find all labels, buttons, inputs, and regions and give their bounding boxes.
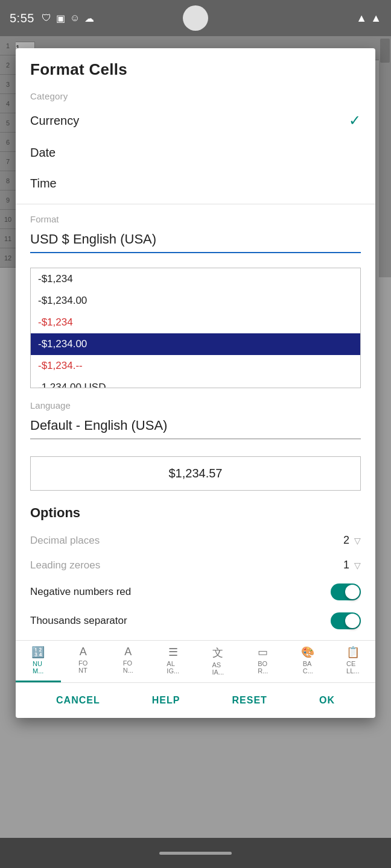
negative-numbers-red-label: Negative numbers red	[30, 586, 331, 598]
language-value[interactable]: Default - English (USA)	[30, 413, 361, 439]
tab-fon2[interactable]: A FON...	[106, 641, 151, 682]
category-date-label: Date	[30, 146, 56, 160]
tab-num-icon: 🔢	[31, 646, 45, 659]
tab-num[interactable]: 🔢 NUM...	[16, 641, 61, 682]
signal-icon: ▲	[370, 12, 381, 25]
tab-cell-label: CELL...	[346, 660, 359, 675]
tab-align[interactable]: ☰ ALIG...	[151, 641, 196, 682]
home-indicator[interactable]	[159, 852, 232, 855]
thousands-separator-label: Thousands separator	[30, 615, 331, 627]
decimal-places-dropdown-icon[interactable]: ▽	[354, 536, 361, 546]
tab-asia-icon: 文	[212, 646, 223, 660]
cloud-icon: ☁	[84, 13, 94, 24]
dialog-title: Format Cells	[16, 48, 375, 86]
cancel-button[interactable]: CANCEL	[46, 690, 110, 711]
tab-cell-icon: 📋	[346, 646, 360, 659]
tab-bor[interactable]: ▭ BOR...	[241, 641, 286, 682]
wifi-icon: ▲	[356, 12, 367, 25]
preview-box: $1,234.57	[30, 456, 361, 491]
preview-value: $1,234.57	[169, 467, 223, 480]
bottom-tabs: 🔢 NUM... A FONT A FON... ☰ ALIG... 文 ASI…	[16, 640, 375, 682]
format-option-3[interactable]: -$1,234	[31, 312, 360, 333]
leading-zeroes-row: Leading zeroes 1 ▽	[16, 553, 375, 577]
tab-bor-icon: ▭	[258, 646, 268, 659]
tab-font[interactable]: A FONT	[61, 641, 106, 682]
decimal-places-value: 2	[331, 534, 349, 547]
tab-font-label: FONT	[78, 659, 87, 674]
format-option-1[interactable]: -$1,234	[31, 268, 360, 290]
format-option-2[interactable]: -$1,234.00	[31, 290, 360, 312]
thousands-separator-toggle[interactable]	[331, 612, 361, 629]
ok-button[interactable]: OK	[310, 690, 345, 711]
format-label: Format	[30, 214, 361, 224]
category-currency-label: Currency	[30, 114, 79, 128]
negative-numbers-red-row: Negative numbers red	[16, 577, 375, 606]
leading-zeroes-control[interactable]: 1 ▽	[331, 559, 361, 571]
toggle-knob-negative	[345, 585, 360, 599]
dialog-overlay: Format Cells Category Currency ✓ Date Ti…	[0, 36, 391, 868]
face-icon: ☺	[70, 13, 80, 24]
status-circle	[183, 5, 208, 31]
decimal-places-row: Decimal places 2 ▽	[16, 528, 375, 553]
leading-zeroes-value: 1	[331, 559, 349, 571]
options-title: Options	[16, 500, 375, 528]
status-right: ▲ ▲	[356, 12, 381, 25]
divider-1	[16, 204, 375, 204]
format-value[interactable]: USD $ English (USA)	[30, 227, 361, 253]
status-icons: 🛡 ▣ ☺ ☁	[42, 13, 94, 24]
format-option-5[interactable]: -$1,234.--	[31, 355, 360, 377]
tab-align-icon: ☰	[168, 646, 178, 659]
decimal-places-control[interactable]: 2 ▽	[331, 534, 361, 547]
toggle-knob-thousands	[345, 614, 360, 628]
tab-bor-label: BOR...	[258, 660, 268, 675]
sim-icon: ▣	[56, 13, 65, 24]
tab-align-label: ALIG...	[167, 660, 179, 675]
nav-bar	[0, 838, 391, 868]
tab-font-icon: A	[80, 646, 87, 658]
tab-bac-icon: 🎨	[301, 646, 314, 659]
category-time-label: Time	[30, 177, 57, 190]
tab-fon2-label: FON...	[123, 659, 133, 674]
status-time: 5:55	[10, 11, 34, 25]
currency-check-icon: ✓	[349, 112, 361, 129]
category-item-date[interactable]: Date	[21, 137, 370, 168]
negative-numbers-red-toggle[interactable]	[331, 583, 361, 600]
tab-fon2-icon: A	[124, 646, 132, 658]
decimal-places-label: Decimal places	[30, 535, 331, 547]
category-item-currency[interactable]: Currency ✓	[21, 104, 370, 137]
tab-bac-label: BAC...	[303, 660, 313, 675]
shield-icon: 🛡	[42, 13, 51, 24]
tab-asia[interactable]: 文 ASIA...	[196, 641, 241, 682]
format-section: Format USD $ English (USA)	[16, 209, 375, 268]
category-label: Category	[16, 86, 375, 104]
reset-button[interactable]: RESET	[223, 690, 277, 711]
thousands-separator-row: Thousands separator	[16, 606, 375, 635]
tab-asia-label: ASIA...	[212, 661, 224, 676]
tab-num-label: NUM...	[33, 660, 43, 675]
leading-zeroes-label: Leading zeroes	[30, 559, 331, 571]
format-options-list[interactable]: -$1,234 -$1,234.00 -$1,234 -$1,234.00 -$…	[30, 268, 361, 388]
leading-zeroes-dropdown-icon[interactable]: ▽	[354, 561, 361, 570]
category-item-time[interactable]: Time	[21, 168, 370, 199]
language-label: Language	[30, 400, 361, 410]
status-bar: 5:55 🛡 ▣ ☺ ☁ ▲ ▲	[0, 0, 391, 36]
help-button[interactable]: HELP	[142, 690, 190, 711]
tab-bac[interactable]: 🎨 BAC...	[285, 641, 331, 682]
language-section: Language Default - English (USA)	[16, 395, 375, 456]
dialog-actions: CANCEL HELP RESET OK	[16, 682, 375, 718]
format-cells-dialog: Format Cells Category Currency ✓ Date Ti…	[16, 48, 375, 718]
format-option-6[interactable]: -1,234.00 USD	[31, 377, 360, 388]
category-list: Currency ✓ Date Time	[16, 104, 375, 199]
tab-cell[interactable]: 📋 CELL...	[331, 641, 376, 682]
format-option-4[interactable]: -$1,234.00	[31, 333, 360, 355]
